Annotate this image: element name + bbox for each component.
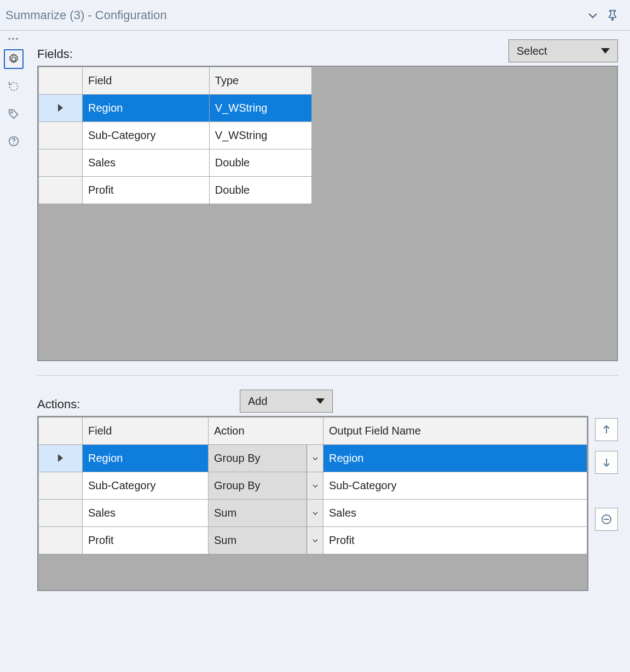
- fields-cell-type[interactable]: V_WString: [209, 122, 311, 149]
- remove-button[interactable]: [595, 508, 618, 531]
- row-header-blank: [39, 67, 83, 95]
- actions-row[interactable]: Profit Sum Profit: [39, 527, 587, 554]
- caret-down-icon: [601, 48, 610, 54]
- fields-cell-type[interactable]: Double: [209, 149, 311, 177]
- actions-cell-field[interactable]: Profit: [83, 527, 209, 554]
- main-area: Fields: Select Field Type: [27, 31, 630, 607]
- select-dropdown[interactable]: Select: [508, 39, 618, 62]
- row-indicator: [39, 527, 83, 554]
- move-down-button[interactable]: [595, 451, 618, 474]
- actions-header: Field Action Output Field Name: [39, 418, 587, 445]
- fields-cell-type[interactable]: V_WString: [209, 95, 311, 122]
- row-indicator: [39, 177, 83, 204]
- action-value: Group By: [209, 479, 307, 492]
- actions-area: Field Action Output Field Name Region: [37, 416, 618, 591]
- actions-cell-output[interactable]: Profit: [323, 527, 587, 554]
- actions-cell-action[interactable]: Group By: [209, 445, 323, 472]
- chevron-down-icon: [312, 455, 319, 462]
- config-window: Summarize (3) - Configuration •••: [0, 0, 630, 607]
- add-dropdown-label: Add: [248, 395, 268, 408]
- window-title: Summarize (3) - Configuration: [5, 8, 583, 22]
- drag-handle-icon[interactable]: •••: [8, 36, 20, 42]
- actions-col-action[interactable]: Action: [209, 418, 323, 445]
- action-dropdown-button[interactable]: [307, 527, 323, 554]
- svg-point-0: [11, 112, 13, 113]
- row-indicator: [39, 500, 83, 527]
- action-dropdown-button[interactable]: [307, 500, 323, 526]
- actions-row[interactable]: Sub-Category Group By Sub-C: [39, 472, 587, 500]
- actions-cell-output[interactable]: Sub-Category: [323, 472, 587, 500]
- arrow-up-icon: [601, 424, 612, 435]
- fields-row[interactable]: Profit Double: [39, 177, 312, 204]
- actions-table[interactable]: Field Action Output Field Name Region: [38, 417, 587, 554]
- arrow-down-icon: [601, 457, 612, 468]
- actions-cell-field[interactable]: Sub-Category: [83, 472, 209, 500]
- actions-cell-field[interactable]: Sales: [83, 500, 209, 527]
- remove-icon: [600, 513, 612, 525]
- fields-header-row: Fields: Select: [37, 39, 618, 62]
- move-up-button[interactable]: [595, 418, 618, 441]
- actions-cell-output[interactable]: Sales: [323, 500, 587, 527]
- help-icon[interactable]: [4, 131, 24, 151]
- section-divider: [37, 375, 618, 376]
- select-dropdown-label: Select: [517, 45, 547, 57]
- actions-label: Actions:: [37, 397, 229, 413]
- current-row-icon: [58, 454, 63, 462]
- chevron-down-icon: [312, 483, 319, 489]
- tag-icon[interactable]: [4, 104, 24, 124]
- fields-cell-type[interactable]: Double: [209, 177, 311, 204]
- row-indicator: [39, 445, 83, 472]
- refresh-icon[interactable]: [4, 77, 24, 96]
- gear-icon[interactable]: [4, 49, 24, 69]
- actions-panel: Field Action Output Field Name Region: [37, 416, 588, 591]
- side-toolbar: •••: [0, 31, 27, 607]
- row-indicator: [39, 95, 83, 122]
- pin-icon[interactable]: [603, 5, 622, 25]
- fields-col-field[interactable]: Field: [83, 67, 210, 95]
- chevron-down-icon: [312, 537, 319, 544]
- row-indicator: [39, 122, 83, 149]
- action-value: Sum: [209, 534, 307, 547]
- actions-cell-action[interactable]: Sum: [209, 500, 323, 527]
- fields-body: Region V_WString Sub-Category V_WString …: [39, 95, 312, 204]
- row-header-blank: [39, 418, 83, 445]
- actions-cell-output[interactable]: Region: [323, 445, 587, 472]
- current-row-icon: [58, 104, 63, 112]
- actions-row[interactable]: Sales Sum Sales: [39, 500, 587, 527]
- fields-col-type[interactable]: Type: [209, 67, 311, 95]
- titlebar: Summarize (3) - Configuration: [0, 0, 630, 31]
- fields-cell-field[interactable]: Region: [83, 95, 210, 122]
- fields-table[interactable]: Field Type Region V_WString Sub-Category: [38, 67, 312, 204]
- fields-row[interactable]: Sales Double: [39, 149, 312, 177]
- add-dropdown[interactable]: Add: [240, 390, 333, 413]
- fields-panel: Field Type Region V_WString Sub-Category: [37, 66, 618, 361]
- actions-row[interactable]: Region Group By Region: [39, 445, 587, 472]
- actions-cell-action[interactable]: Sum: [209, 527, 323, 554]
- fields-cell-field[interactable]: Sales: [83, 149, 210, 177]
- collapse-icon[interactable]: [583, 5, 603, 25]
- fields-cell-field[interactable]: Profit: [83, 177, 210, 204]
- row-indicator: [39, 472, 83, 500]
- actions-header-row: Actions: Add: [37, 390, 618, 413]
- actions-body: Region Group By Region: [39, 445, 587, 554]
- action-value: Sum: [209, 507, 307, 519]
- fields-cell-field[interactable]: Sub-Category: [83, 122, 210, 149]
- actions-cell-action[interactable]: Group By: [209, 472, 323, 500]
- row-indicator: [39, 149, 83, 177]
- chevron-down-icon: [312, 510, 319, 517]
- reorder-buttons: [595, 416, 618, 531]
- actions-col-field[interactable]: Field: [83, 418, 209, 445]
- body: ••• Fields: Select: [0, 31, 630, 607]
- fields-label: Fields:: [37, 47, 73, 62]
- fields-header: Field Type: [39, 67, 312, 95]
- actions-cell-field[interactable]: Region: [83, 445, 209, 472]
- action-value: Group By: [209, 452, 307, 465]
- fields-row[interactable]: Region V_WString: [39, 95, 312, 122]
- fields-row[interactable]: Sub-Category V_WString: [39, 122, 312, 149]
- action-dropdown-button[interactable]: [307, 472, 323, 499]
- action-dropdown-button[interactable]: [307, 445, 323, 472]
- caret-down-icon: [316, 398, 325, 404]
- actions-col-output[interactable]: Output Field Name: [323, 418, 587, 445]
- svg-point-2: [13, 143, 14, 144]
